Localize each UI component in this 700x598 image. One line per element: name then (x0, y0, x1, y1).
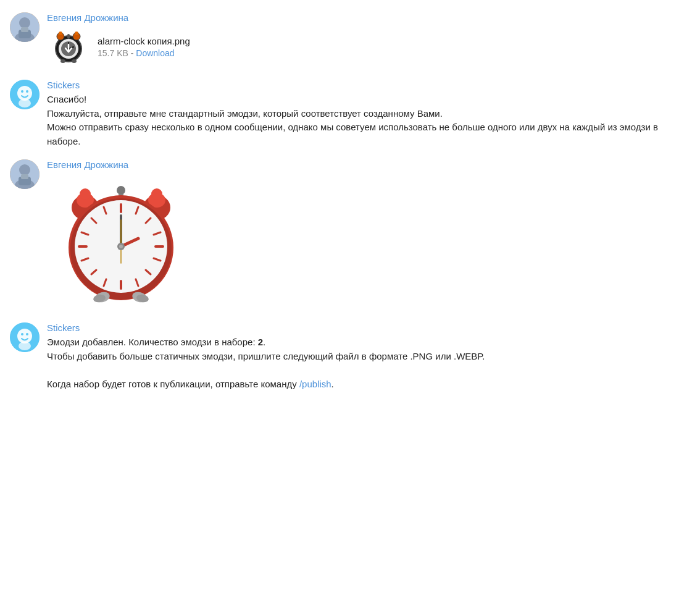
sender-name-2: Stickers (47, 80, 690, 90)
svg-point-35 (80, 188, 91, 200)
bot-avatar-svg-2 (10, 322, 40, 352)
svg-point-23 (21, 90, 23, 93)
svg-point-71 (26, 333, 28, 335)
file-icon-wrap (47, 25, 90, 69)
alarm-clock-small-svg (47, 25, 90, 69)
msg2-line2: Пожалуйста, отправьте мне стандартный эм… (47, 108, 443, 119)
file-attachment: alarm-clock копия.png 15.7 KB - Download (47, 25, 690, 69)
msg4-line3-suffix: . (331, 379, 334, 389)
message-1: Евгения Дрожжина (10, 12, 690, 69)
svg-point-12 (75, 32, 78, 35)
sender-name-4: Stickers (47, 322, 690, 333)
file-info: alarm-clock копия.png 15.7 KB - Download (98, 36, 190, 58)
message-1-content: Евгения Дрожжина (47, 12, 690, 69)
message-2: Stickers Спасибо! Пожалуйста, отправьте … (10, 80, 690, 148)
svg-point-14 (72, 59, 77, 63)
svg-point-63 (119, 245, 123, 248)
svg-point-1 (19, 17, 30, 28)
avatar-stickers-2 (10, 322, 40, 352)
msg4-line3-prefix: Когда набор будет готов к публикации, от… (47, 379, 299, 389)
sticker-alarm-clock (47, 174, 690, 311)
svg-point-25 (19, 99, 31, 107)
svg-point-70 (21, 333, 23, 335)
message-4: Stickers Эмодзи добавлен. Количество эмо… (10, 322, 690, 391)
svg-rect-30 (21, 174, 28, 179)
message-3-content: Евгения Дрожжина (47, 159, 690, 311)
msg2-line3: Можно отправить сразу несколько в одном … (47, 122, 658, 146)
msg4-count: 2 (258, 337, 263, 347)
svg-point-22 (17, 86, 32, 101)
avatar-stickers-1 (10, 80, 40, 109)
message-2-content: Stickers Спасибо! Пожалуйста, отправьте … (47, 80, 690, 148)
file-meta: 15.7 KB - Download (98, 48, 190, 58)
svg-point-27 (19, 164, 30, 175)
file-separator: - (131, 48, 136, 58)
svg-point-69 (17, 329, 32, 343)
msg4-line1-suffix: . (263, 337, 265, 347)
msg2-line1: Спасибо! (47, 94, 86, 104)
publish-command-link[interactable]: /publish (299, 379, 331, 389)
message-4-content: Stickers Эмодзи добавлен. Количество эмо… (47, 322, 690, 391)
download-link[interactable]: Download (136, 48, 174, 58)
person-avatar-svg (10, 12, 40, 42)
svg-point-36 (151, 188, 162, 200)
bot-avatar-svg-1 (10, 80, 40, 109)
svg-point-24 (26, 90, 28, 93)
svg-point-38 (117, 186, 125, 195)
avatar-evgenia-2 (10, 159, 40, 189)
file-size: 15.7 KB (98, 48, 128, 58)
sender-name-1: Евгения Дрожжина (47, 12, 690, 23)
svg-point-13 (60, 59, 65, 63)
message-3: Евгения Дрожжина (10, 159, 690, 311)
avatar-evgenia-1 (10, 12, 40, 42)
msg4-line1-prefix: Эмодзи добавлен. Количество эмодзи в наб… (47, 337, 258, 347)
message-2-text: Спасибо! Пожалуйста, отправьте мне станд… (47, 93, 690, 148)
msg4-line2: Чтобы добавить больше статичных эмодзи, … (47, 351, 485, 361)
person-avatar-svg-2 (10, 159, 40, 189)
file-name: alarm-clock копия.png (98, 36, 190, 46)
svg-point-72 (19, 342, 31, 350)
svg-rect-4 (21, 27, 28, 32)
message-4-text: Эмодзи добавлен. Количество эмодзи в наб… (47, 335, 690, 391)
large-alarm-clock-svg (47, 174, 195, 310)
svg-point-11 (59, 32, 62, 35)
svg-rect-15 (67, 34, 70, 39)
sender-name-3: Евгения Дрожжина (47, 159, 690, 170)
